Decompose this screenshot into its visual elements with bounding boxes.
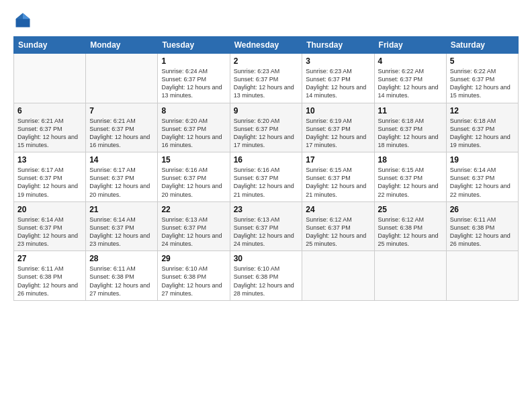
day-number: 19 — [450, 155, 515, 165]
calendar-day-cell: 13Sunrise: 6:17 AMSunset: 6:37 PMDayligh… — [14, 152, 86, 202]
calendar-day-cell — [14, 54, 86, 103]
day-info: Sunrise: 6:22 AMSunset: 6:37 PMDaylight:… — [378, 67, 443, 100]
calendar-day-cell: 20Sunrise: 6:14 AMSunset: 6:37 PMDayligh… — [14, 201, 86, 251]
day-info: Sunrise: 6:21 AMSunset: 6:37 PMDaylight:… — [89, 117, 154, 150]
calendar-week-row: 27Sunrise: 6:11 AMSunset: 6:38 PMDayligh… — [14, 251, 519, 301]
day-info: Sunrise: 6:23 AMSunset: 6:37 PMDaylight:… — [306, 67, 370, 100]
calendar-day-cell: 29Sunrise: 6:10 AMSunset: 6:38 PMDayligh… — [158, 251, 230, 301]
day-number: 10 — [306, 106, 370, 116]
day-number: 22 — [161, 205, 226, 214]
day-info: Sunrise: 6:14 AMSunset: 6:37 PMDaylight:… — [89, 216, 154, 248]
calendar-page: SundayMondayTuesdayWednesdayThursdayFrid… — [0, 0, 532, 411]
day-info: Sunrise: 6:10 AMSunset: 6:38 PMDaylight:… — [161, 265, 226, 298]
weekday-header: Saturday — [446, 37, 518, 54]
day-info: Sunrise: 6:24 AMSunset: 6:37 PMDaylight:… — [161, 67, 226, 100]
day-info: Sunrise: 6:14 AMSunset: 6:37 PMDaylight:… — [450, 166, 515, 199]
day-info: Sunrise: 6:14 AMSunset: 6:37 PMDaylight:… — [17, 216, 82, 248]
calendar-day-cell — [374, 251, 446, 301]
day-number: 4 — [378, 56, 443, 66]
day-info: Sunrise: 6:22 AMSunset: 6:37 PMDaylight:… — [450, 67, 515, 100]
day-info: Sunrise: 6:17 AMSunset: 6:37 PMDaylight:… — [17, 166, 82, 199]
day-info: Sunrise: 6:19 AMSunset: 6:37 PMDaylight:… — [306, 117, 370, 150]
day-number: 15 — [161, 155, 226, 165]
svg-marker-1 — [23, 13, 30, 19]
calendar-day-cell: 19Sunrise: 6:14 AMSunset: 6:37 PMDayligh… — [446, 152, 518, 202]
day-info: Sunrise: 6:23 AMSunset: 6:37 PMDaylight:… — [234, 67, 299, 100]
day-info: Sunrise: 6:13 AMSunset: 6:37 PMDaylight:… — [161, 216, 226, 248]
weekday-header: Friday — [374, 37, 446, 54]
day-info: Sunrise: 6:20 AMSunset: 6:37 PMDaylight:… — [161, 117, 226, 150]
day-number: 25 — [378, 205, 443, 214]
calendar-day-cell: 5Sunrise: 6:22 AMSunset: 6:37 PMDaylight… — [446, 54, 518, 103]
calendar-day-cell: 2Sunrise: 6:23 AMSunset: 6:37 PMDaylight… — [230, 54, 302, 103]
calendar-day-cell — [86, 54, 158, 103]
day-number: 27 — [17, 254, 82, 263]
calendar-week-row: 6Sunrise: 6:21 AMSunset: 6:37 PMDaylight… — [14, 103, 519, 152]
calendar-day-cell — [302, 251, 374, 301]
day-number: 23 — [234, 205, 299, 214]
calendar-day-cell: 23Sunrise: 6:13 AMSunset: 6:37 PMDayligh… — [230, 201, 302, 251]
header — [13, 11, 519, 30]
calendar-day-cell: 4Sunrise: 6:22 AMSunset: 6:37 PMDaylight… — [374, 54, 446, 103]
calendar-day-cell: 11Sunrise: 6:18 AMSunset: 6:37 PMDayligh… — [374, 103, 446, 152]
weekday-header: Thursday — [302, 37, 374, 54]
day-info: Sunrise: 6:11 AMSunset: 6:38 PMDaylight:… — [17, 265, 82, 298]
day-number: 16 — [234, 155, 299, 165]
day-info: Sunrise: 6:12 AMSunset: 6:37 PMDaylight:… — [306, 216, 370, 248]
day-number: 3 — [306, 56, 370, 66]
logo-icon — [13, 11, 32, 30]
calendar-day-cell: 1Sunrise: 6:24 AMSunset: 6:37 PMDaylight… — [158, 54, 230, 103]
day-info: Sunrise: 6:15 AMSunset: 6:37 PMDaylight:… — [306, 166, 370, 199]
day-number: 28 — [89, 254, 154, 263]
day-number: 20 — [17, 205, 82, 214]
calendar-header-row: SundayMondayTuesdayWednesdayThursdayFrid… — [14, 37, 519, 54]
calendar-day-cell: 25Sunrise: 6:12 AMSunset: 6:38 PMDayligh… — [374, 201, 446, 251]
calendar-day-cell: 18Sunrise: 6:15 AMSunset: 6:37 PMDayligh… — [374, 152, 446, 202]
day-number: 30 — [234, 254, 299, 263]
weekday-header: Sunday — [14, 37, 86, 54]
calendar-day-cell — [446, 251, 518, 301]
svg-marker-2 — [16, 13, 24, 19]
day-info: Sunrise: 6:18 AMSunset: 6:37 PMDaylight:… — [450, 117, 515, 150]
logo — [13, 11, 35, 30]
calendar-day-cell: 24Sunrise: 6:12 AMSunset: 6:37 PMDayligh… — [302, 201, 374, 251]
calendar-day-cell: 9Sunrise: 6:20 AMSunset: 6:37 PMDaylight… — [230, 103, 302, 152]
calendar-day-cell: 3Sunrise: 6:23 AMSunset: 6:37 PMDaylight… — [302, 54, 374, 103]
calendar-day-cell: 10Sunrise: 6:19 AMSunset: 6:37 PMDayligh… — [302, 103, 374, 152]
weekday-header: Tuesday — [158, 37, 230, 54]
calendar-day-cell: 6Sunrise: 6:21 AMSunset: 6:37 PMDaylight… — [14, 103, 86, 152]
calendar-table: SundayMondayTuesdayWednesdayThursdayFrid… — [13, 36, 519, 301]
calendar-day-cell: 21Sunrise: 6:14 AMSunset: 6:37 PMDayligh… — [86, 201, 158, 251]
day-info: Sunrise: 6:20 AMSunset: 6:37 PMDaylight:… — [234, 117, 299, 150]
day-number: 14 — [89, 155, 154, 165]
calendar-day-cell: 30Sunrise: 6:10 AMSunset: 6:38 PMDayligh… — [230, 251, 302, 301]
day-number: 9 — [234, 106, 299, 116]
day-number: 6 — [17, 106, 82, 116]
day-info: Sunrise: 6:10 AMSunset: 6:38 PMDaylight:… — [234, 265, 299, 298]
day-info: Sunrise: 6:18 AMSunset: 6:37 PMDaylight:… — [378, 117, 443, 150]
day-number: 7 — [89, 106, 154, 116]
day-number: 2 — [234, 56, 299, 66]
day-info: Sunrise: 6:13 AMSunset: 6:37 PMDaylight:… — [234, 216, 299, 248]
day-number: 5 — [450, 56, 515, 66]
calendar-day-cell: 15Sunrise: 6:16 AMSunset: 6:37 PMDayligh… — [158, 152, 230, 202]
calendar-day-cell: 8Sunrise: 6:20 AMSunset: 6:37 PMDaylight… — [158, 103, 230, 152]
day-number: 8 — [161, 106, 226, 116]
day-info: Sunrise: 6:17 AMSunset: 6:37 PMDaylight:… — [89, 166, 154, 199]
calendar-week-row: 13Sunrise: 6:17 AMSunset: 6:37 PMDayligh… — [14, 152, 519, 202]
day-number: 26 — [450, 205, 515, 214]
day-number: 18 — [378, 155, 443, 165]
day-number: 29 — [161, 254, 226, 263]
calendar-day-cell: 14Sunrise: 6:17 AMSunset: 6:37 PMDayligh… — [86, 152, 158, 202]
day-number: 1 — [161, 56, 226, 66]
day-number: 12 — [450, 106, 515, 116]
day-info: Sunrise: 6:12 AMSunset: 6:38 PMDaylight:… — [378, 216, 443, 248]
day-info: Sunrise: 6:11 AMSunset: 6:38 PMDaylight:… — [450, 216, 515, 248]
day-number: 21 — [89, 205, 154, 214]
calendar-day-cell: 17Sunrise: 6:15 AMSunset: 6:37 PMDayligh… — [302, 152, 374, 202]
calendar-day-cell: 28Sunrise: 6:11 AMSunset: 6:38 PMDayligh… — [86, 251, 158, 301]
day-number: 24 — [306, 205, 370, 214]
day-number: 13 — [17, 155, 82, 165]
calendar-day-cell: 16Sunrise: 6:16 AMSunset: 6:37 PMDayligh… — [230, 152, 302, 202]
calendar-day-cell: 12Sunrise: 6:18 AMSunset: 6:37 PMDayligh… — [446, 103, 518, 152]
